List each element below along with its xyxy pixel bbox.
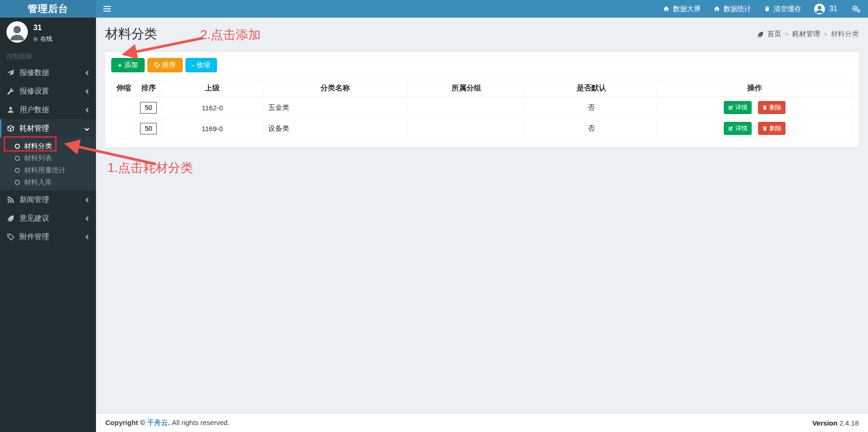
delete-button[interactable]: 删除 (758, 101, 785, 114)
user-badge: 31 (829, 5, 837, 13)
category-table: 伸缩 排序 上级 分类名称 所属分组 是否默认 操作 1162-0 五金类 否 (111, 80, 853, 139)
settings-button[interactable] (844, 0, 868, 18)
cell-name: 五金类 (263, 97, 407, 118)
sidebar-item-feedback[interactable]: 意见建议 (0, 209, 96, 228)
collapse-button[interactable]: - 收缩 (185, 58, 217, 72)
brand-link[interactable]: 千舟云 (147, 419, 168, 426)
sort-input[interactable] (140, 123, 157, 134)
table-row: 1162-0 五金类 否 详情 删除 (112, 97, 853, 118)
sidebar-item-material-category[interactable]: 材料分类 (0, 140, 96, 152)
chevron-left-icon (86, 197, 90, 202)
sidebar-section-label: 控制面板 (0, 47, 96, 64)
col-default: 是否默认 (526, 80, 657, 97)
send-icon (6, 69, 15, 76)
sidebar: 31 在线 控制面板 报修数据 报修设置 用户数据 耗材管理 材料分类 (0, 18, 96, 432)
main-area: 材料分类 首页 > 耗材管理 > 材料分类 + 添加 排序 (96, 18, 868, 432)
cell-name: 设备类 (263, 118, 407, 139)
trash-icon (764, 6, 770, 12)
cube-icon (6, 125, 15, 132)
hamburger-icon (103, 6, 111, 7)
edit-icon (728, 105, 734, 110)
home-icon (663, 6, 670, 12)
sort-button[interactable]: 排序 (147, 58, 183, 72)
navbar-right: 数据大屏 数据统计 清空缓存 31 (657, 0, 868, 18)
nav-data-screen[interactable]: 数据大屏 (657, 0, 707, 18)
table-header-row: 伸缩 排序 上级 分类名称 所属分组 是否默认 操作 (112, 80, 853, 97)
circle-icon (15, 168, 20, 173)
circle-icon (15, 144, 20, 149)
breadcrumb-home[interactable]: 首页 (767, 30, 781, 38)
footer: Copyright © 千舟云. All rights reserved. Ve… (96, 413, 868, 432)
sidebar-user-name: 31 (33, 24, 52, 32)
add-button[interactable]: + 添加 (111, 58, 145, 72)
app-logo[interactable]: 管理后台 (0, 0, 96, 18)
user-icon (6, 106, 15, 114)
sidebar-item-repair-data[interactable]: 报修数据 (0, 64, 96, 82)
sidebar-item-news[interactable]: 新闻管理 (0, 191, 96, 209)
cell-default: 否 (526, 118, 657, 139)
chevron-left-icon (86, 216, 90, 221)
content-box: + 添加 排序 - 收缩 伸缩 排序 上级 (105, 51, 859, 147)
avatar (6, 21, 28, 43)
cell-stretch (112, 97, 136, 118)
col-actions: 操作 (657, 80, 853, 97)
trash-icon (762, 105, 767, 110)
col-name: 分类名称 (263, 80, 407, 97)
cell-stretch (112, 118, 136, 139)
content: 材料分类 首页 > 耗材管理 > 材料分类 + 添加 排序 (96, 18, 868, 413)
sort-input[interactable] (140, 102, 157, 114)
detail-button[interactable]: 详情 (724, 122, 752, 135)
toolbar: + 添加 排序 - 收缩 (111, 58, 853, 72)
cell-parent: 1162-0 (161, 97, 264, 118)
leaf-icon (6, 215, 15, 222)
sidebar-user-status[interactable]: 在线 (33, 35, 52, 43)
tag-icon (154, 62, 160, 68)
trash-icon (762, 126, 767, 131)
version-label: Version 2.4.18 (812, 419, 859, 427)
detail-button[interactable]: 详情 (724, 101, 752, 114)
user-menu[interactable]: 31 (808, 0, 844, 18)
col-group: 所属分组 (407, 80, 526, 97)
sidebar-item-material-list[interactable]: 材料列表 (0, 152, 96, 164)
plus-icon: + (118, 62, 122, 69)
cell-actions: 详情 删除 (657, 118, 853, 139)
delete-button[interactable]: 删除 (758, 122, 785, 135)
page-title: 材料分类 (105, 25, 157, 43)
breadcrumb: 首页 > 耗材管理 > 材料分类 (757, 30, 859, 38)
cell-sort (136, 97, 161, 118)
sidebar-toggle-button[interactable] (96, 0, 118, 18)
cell-sort (136, 118, 161, 139)
breadcrumb-consumables[interactable]: 耗材管理 (792, 30, 820, 38)
table-row: 1169-0 设备类 否 详情 删除 (112, 118, 853, 139)
chevron-left-icon (86, 89, 90, 94)
cell-default: 否 (526, 97, 657, 118)
sidebar-item-material-inbound[interactable]: 材料入库 (0, 176, 96, 188)
edit-icon (728, 126, 734, 131)
nav-clear-cache[interactable]: 清空缓存 (758, 0, 808, 18)
cell-parent: 1169-0 (161, 118, 264, 139)
col-parent: 上级 (161, 80, 264, 97)
wrench-icon (6, 88, 15, 95)
circle-icon (15, 156, 20, 161)
top-navbar: 管理后台 数据大屏 数据统计 清空缓存 31 (0, 0, 868, 18)
chevron-left-icon (86, 235, 90, 239)
leaf-icon (757, 31, 764, 38)
sidebar-item-attachments[interactable]: 附件管理 (0, 228, 96, 246)
breadcrumb-current: 材料分类 (831, 30, 859, 38)
chevron-down-icon (85, 126, 89, 131)
avatar (814, 4, 825, 14)
sidebar-user-panel: 31 在线 (0, 18, 96, 47)
nav-data-stats[interactable]: 数据统计 (707, 0, 758, 18)
minus-icon: - (192, 62, 194, 69)
sidebar-item-consumables[interactable]: 耗材管理 (0, 119, 96, 138)
sidebar-item-material-usage-stats[interactable]: 材料用量统计 (0, 164, 96, 176)
sidebar-item-user-data[interactable]: 用户数据 (0, 101, 96, 119)
consumables-submenu: 材料分类 材料列表 材料用量统计 材料入库 (0, 138, 96, 191)
home-icon (714, 6, 720, 12)
chevron-left-icon (86, 70, 90, 75)
rss-icon (6, 196, 15, 203)
cell-group (407, 118, 526, 139)
sidebar-item-repair-settings[interactable]: 报修设置 (0, 82, 96, 101)
col-stretch: 伸缩 (112, 80, 136, 97)
tag-icon (6, 233, 15, 241)
